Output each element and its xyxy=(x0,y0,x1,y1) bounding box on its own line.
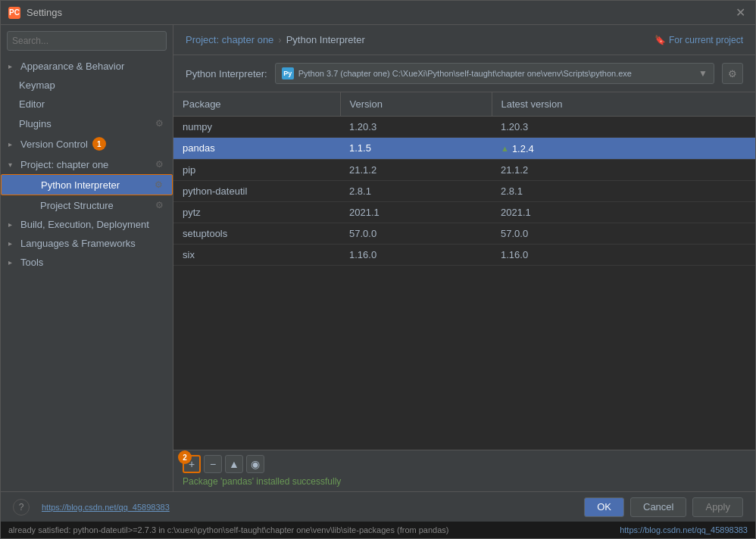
package-latest: 57.0.0 xyxy=(492,223,755,244)
eye-icon: ◉ xyxy=(251,458,260,470)
search-box[interactable] xyxy=(7,31,167,51)
sidebar-item-label-languages-frameworks: Languages & Frameworks xyxy=(20,238,136,249)
sidebar-item-appearance[interactable]: ▸Appearance & Behavior xyxy=(1,57,173,76)
sidebar-item-tools[interactable]: ▸Tools xyxy=(1,253,173,272)
breadcrumb-separator: › xyxy=(278,34,281,45)
package-version: 21.1.2 xyxy=(340,159,492,180)
table-row[interactable]: six1.16.01.16.0 xyxy=(173,244,755,265)
sidebar-item-python-interpreter[interactable]: Python Interpreter⚙ xyxy=(1,174,173,195)
help-button[interactable]: ? xyxy=(13,499,30,516)
col-package-header[interactable]: Package xyxy=(173,92,340,117)
table-row[interactable]: numpy1.20.31.20.3 xyxy=(173,117,755,138)
ok-button[interactable]: OK xyxy=(584,497,624,517)
package-name: pip xyxy=(173,159,340,180)
sidebar-item-label-version-control: Version Control xyxy=(20,139,88,150)
title-bar: PC Settings ✕ xyxy=(1,1,755,25)
apply-button[interactable]: Apply xyxy=(692,497,743,517)
col-latest-header[interactable]: Latest version xyxy=(492,92,755,117)
package-latest: ▲ 1.2.4 xyxy=(492,138,755,160)
interpreter-row: Python Interpreter: Py Python 3.7 (chapt… xyxy=(173,55,755,92)
table-header-row: Package Version Latest version xyxy=(173,92,755,117)
breadcrumb-project[interactable]: Project: chapter one xyxy=(186,34,273,45)
table-row[interactable]: pandas1.1.5▲ 1.2.4 xyxy=(173,138,755,160)
sidebar-item-label-tools: Tools xyxy=(20,257,43,268)
settings-icon-project-chapter-one: ⚙ xyxy=(153,158,165,170)
table-row[interactable]: pip21.1.221.1.2 xyxy=(173,159,755,180)
sidebar-item-label-plugins: Plugins xyxy=(19,118,52,129)
package-latest: 1.16.0 xyxy=(492,244,755,265)
sidebar-item-version-control[interactable]: ▸Version Control1 xyxy=(1,133,173,154)
package-version: 1.1.5 xyxy=(340,138,492,160)
sidebar-item-keymap[interactable]: Keymap xyxy=(1,76,173,95)
sidebar-item-label-project-structure: Project Structure xyxy=(40,200,114,211)
show-details-button[interactable]: ◉ xyxy=(246,455,264,473)
package-latest: 2.8.1 xyxy=(492,180,755,201)
app-icon: PC xyxy=(8,7,20,19)
bottom-toolbar: 2 + − ▲ ◉ Package 'pandas' installed suc… xyxy=(173,450,755,491)
cancel-button[interactable]: Cancel xyxy=(630,497,686,517)
package-name: six xyxy=(173,244,340,265)
package-latest: 21.1.2 xyxy=(492,159,755,180)
interpreter-select[interactable]: Py Python 3.7 (chapter one) C:\XueXi\Pyt… xyxy=(275,63,714,84)
package-name: pandas xyxy=(173,138,340,160)
table-row[interactable]: pytz2021.12021.1 xyxy=(173,201,755,223)
table-row[interactable]: python-dateutil2.8.12.8.1 xyxy=(173,180,755,201)
status-bar-url: https://blog.csdn.net/qq_45898383 xyxy=(620,525,748,534)
footer: ? https://blog.csdn.net/qq_45898383 OK C… xyxy=(1,491,755,522)
sidebar-item-editor[interactable]: Editor xyxy=(1,95,173,114)
package-version: 1.20.3 xyxy=(340,117,492,138)
sidebar-item-languages-frameworks[interactable]: ▸Languages & Frameworks xyxy=(1,234,173,253)
gear-button[interactable]: ⚙ xyxy=(722,63,743,84)
for-current-project-label: For current project xyxy=(669,35,743,45)
interpreter-label: Python Interpreter: xyxy=(186,68,267,79)
sidebar-item-project-chapter-one[interactable]: ▾Project: chapter one⚙ xyxy=(1,154,173,174)
sidebar-item-label-keymap: Keymap xyxy=(19,79,55,91)
package-name: setuptools xyxy=(173,223,340,244)
sidebar-item-project-structure[interactable]: Project Structure⚙ xyxy=(1,195,173,215)
for-current-project: 🔖 For current project xyxy=(654,35,743,45)
breadcrumb: Project: chapter one › Python Interprete… xyxy=(186,34,365,45)
minus-icon: − xyxy=(210,458,216,470)
add-package-button[interactable]: 2 + xyxy=(183,455,201,473)
table-row[interactable]: setuptools57.0.057.0.0 xyxy=(173,223,755,244)
sidebar-items-list: ▸Appearance & BehaviorKeymapEditorPlugin… xyxy=(1,57,173,272)
package-name: python-dateutil xyxy=(173,180,340,201)
settings-icon-project-structure: ⚙ xyxy=(153,199,165,211)
status-bar-text: already satisfied: python-dateutil>=2.7.… xyxy=(8,525,620,534)
breadcrumb-current: Python Interpreter xyxy=(286,34,365,45)
package-latest: 2021.1 xyxy=(492,201,755,223)
python-icon: Py xyxy=(282,67,294,79)
package-name: numpy xyxy=(173,117,340,138)
window-title: Settings xyxy=(27,7,733,18)
sidebar: ▸Appearance & BehaviorKeymapEditorPlugin… xyxy=(1,25,173,491)
sidebar-item-build-execution[interactable]: ▸Build, Execution, Deployment xyxy=(1,215,173,234)
settings-icon-python-interpreter: ⚙ xyxy=(152,179,164,191)
expand-icon: ▾ xyxy=(8,160,17,169)
settings-window: PC Settings ✕ ▸Appearance & BehaviorKeym… xyxy=(0,0,756,539)
package-version: 2021.1 xyxy=(340,201,492,223)
package-version: 57.0.0 xyxy=(340,223,492,244)
expand-icon: ▸ xyxy=(8,258,17,266)
status-text: Package 'pandas' installed successfully xyxy=(183,476,746,487)
badge-version-control: 1 xyxy=(92,137,106,151)
search-input[interactable] xyxy=(12,36,161,46)
sidebar-item-plugins[interactable]: Plugins⚙ xyxy=(1,114,173,133)
sidebar-item-label-python-interpreter: Python Interpreter xyxy=(41,179,120,191)
bookmark-icon: 🔖 xyxy=(654,35,666,45)
close-button[interactable]: ✕ xyxy=(733,5,748,20)
right-panel: Project: chapter one › Python Interprete… xyxy=(173,25,755,491)
package-latest: 1.20.3 xyxy=(492,117,755,138)
footer-url[interactable]: https://blog.csdn.net/qq_45898383 xyxy=(42,503,170,512)
expand-icon: ▸ xyxy=(8,140,17,148)
dropdown-arrow-icon: ▼ xyxy=(698,68,708,79)
col-version-header[interactable]: Version xyxy=(340,92,492,117)
upgrade-package-button[interactable]: ▲ xyxy=(225,455,243,473)
package-table-body: numpy1.20.31.20.3pandas1.1.5▲ 1.2.4pip21… xyxy=(173,117,755,266)
panel-header: Project: chapter one › Python Interprete… xyxy=(173,25,755,55)
expand-icon: ▸ xyxy=(8,62,17,70)
interpreter-value: Python 3.7 (chapter one) C:\XueXi\Python… xyxy=(298,69,632,78)
main-content: ▸Appearance & BehaviorKeymapEditorPlugin… xyxy=(1,25,755,491)
remove-package-button[interactable]: − xyxy=(204,455,222,473)
sidebar-item-label-build-execution: Build, Execution, Deployment xyxy=(20,219,149,230)
package-name: pytz xyxy=(173,201,340,223)
